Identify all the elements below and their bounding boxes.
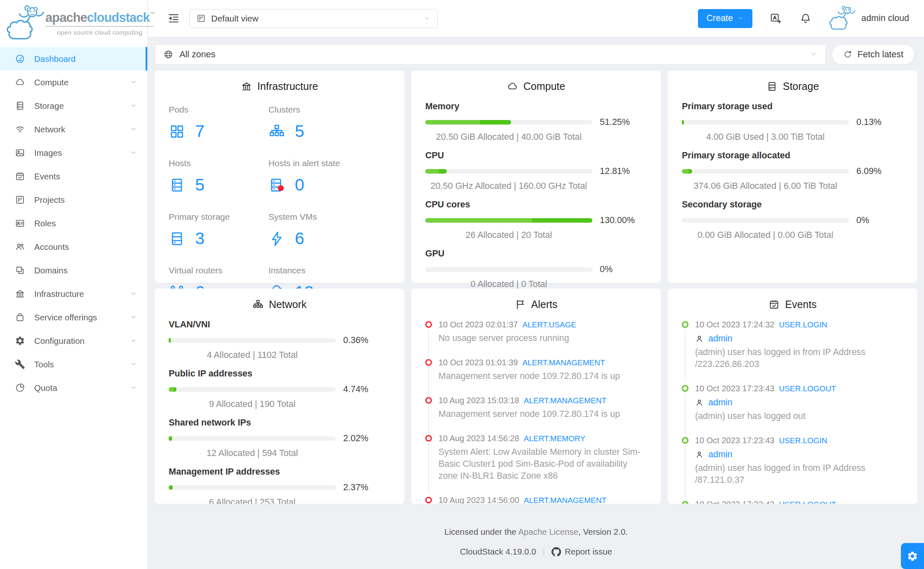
alert-date: 10 Aug 2023 14:56:28 [438, 434, 519, 443]
database-icon [169, 177, 185, 193]
fetch-latest-button[interactable]: Fetch latest [832, 44, 915, 65]
metric-percent: 4.74% [336, 384, 390, 395]
event-description: (admin) user has logged in from IP Addre… [695, 346, 903, 370]
alert-item: 10 Oct 2023 02:01:37ALERT.USAGE No usage… [425, 320, 647, 344]
alert-type-link[interactable]: ALERT.MANAGEMENT [524, 496, 606, 504]
sidebar-item-roles[interactable]: Roles [0, 212, 147, 235]
database-alert-icon [269, 177, 285, 193]
thunderbolt-icon [269, 230, 285, 247]
zone-selector[interactable]: All zones [155, 44, 826, 65]
settings-fab-button[interactable] [901, 543, 924, 569]
event-user-link[interactable]: admin [708, 333, 733, 344]
infra-stat-primary-storage: Primary storage 3 [169, 212, 269, 248]
alert-item: 10 Aug 2023 14:56:28ALERT.MEMORY System … [425, 433, 647, 482]
dashboard-cards: Infrastructure Pods 7 Clusters 5 Hosts 5… [148, 65, 924, 504]
alert-item: 10 Oct 2023 01:01:39ALERT.MANAGEMENT Man… [425, 357, 647, 382]
report-issue-link[interactable]: Report issue [552, 547, 612, 557]
event-type-link[interactable]: USER.LOGOUT [779, 500, 836, 504]
event-item: 10 Oct 2023 17:23:43USER.LOGIN admin (ad… [682, 435, 903, 486]
progress-bar [169, 338, 336, 343]
sidebar-item-quota[interactable]: Quota [0, 376, 147, 400]
sidebar-item-label: Events [34, 172, 60, 181]
infra-stat-label: System VMs [269, 212, 390, 222]
top-bar: Default view Create admin cloud [148, 0, 924, 37]
metric-detail: 9 Allocated | 190 Total [169, 399, 336, 409]
timeline-dot [425, 359, 432, 366]
chevron-down-icon [738, 15, 744, 21]
sidebar-item-configuration[interactable]: Configuration [0, 329, 147, 353]
main-area: Default view Create admin cloud All zone… [148, 0, 924, 557]
user-avatar[interactable] [826, 5, 858, 32]
event-date: 10 Oct 2023 17:24:32 [695, 320, 774, 329]
event-user-link[interactable]: admin [708, 397, 733, 408]
sidebar-item-storage[interactable]: Storage [0, 94, 147, 118]
alert-type-link[interactable]: ALERT.MEMORY [524, 434, 585, 443]
sidebar-item-label: Roles [34, 219, 56, 228]
sidebar: apachecloudstack™ open source cloud comp… [0, 0, 148, 569]
user-icon [695, 398, 704, 407]
progress-bar [425, 120, 592, 125]
metric-label: GPU [425, 249, 647, 259]
alert-type-link[interactable]: ALERT.USAGE [522, 320, 576, 329]
sidebar-collapse-icon[interactable] [167, 12, 180, 25]
cluster-icon [269, 123, 285, 140]
event-type-link[interactable]: USER.LOGIN [779, 320, 827, 329]
sidebar-item-infrastructure[interactable]: Infrastructure [0, 282, 147, 306]
sidebar-item-network[interactable]: Network [0, 118, 147, 141]
metric-management-ip-addresses: Management IP addresses 2.37% 6 Allocate… [169, 467, 390, 504]
notifications-bell-icon[interactable] [799, 12, 812, 25]
alert-type-link[interactable]: ALERT.MANAGEMENT [522, 358, 605, 367]
view-selector[interactable]: Default view [189, 9, 438, 28]
metric-public-ip-addresses: Public IP addresses 4.74% 9 Allocated | … [169, 369, 390, 409]
metric-shared-network-ips: Shared network IPs 2.02% 12 Allocated | … [169, 418, 390, 458]
chevron-down-icon [130, 126, 137, 132]
footer: Licensed under the Apache License, Versi… [148, 527, 924, 557]
event-user-link[interactable]: admin [708, 449, 733, 460]
metric-cpu: CPU 12.81% 20.50 GHz Allocated | 160.00 … [425, 150, 647, 191]
translate-icon[interactable] [770, 12, 782, 25]
brand-tagline: open source cloud computing [45, 29, 154, 36]
sidebar-item-tools[interactable]: Tools [0, 353, 147, 376]
metric-percent: 0.13% [849, 117, 903, 127]
event-item: 10 Oct 2023 17:24:32USER.LOGIN admin (ad… [682, 320, 903, 370]
sidebar-item-service-offerings[interactable]: Service offerings [0, 306, 147, 329]
metric-detail: 20.50 GiB Allocated | 40.00 GiB Total [425, 132, 592, 142]
metric-label: Primary storage used [682, 101, 903, 112]
progress-bar [169, 436, 336, 441]
bank-icon [15, 289, 25, 299]
sidebar-item-images[interactable]: Images [0, 141, 147, 165]
progress-bar [169, 387, 336, 392]
gear-icon [15, 336, 25, 346]
alert-item: 10 Aug 2023 14:56:00ALERT.MANAGEMENT [425, 495, 647, 504]
infra-stat-label: Virtual routers [169, 266, 269, 275]
timeline-dot [425, 321, 432, 328]
event-description: (admin) user has logged out [695, 410, 903, 422]
metric-cpu-cores: CPU cores 130.00% 26 Allocated | 20 Tota… [425, 200, 647, 240]
sidebar-item-events[interactable]: Events [0, 165, 147, 188]
chevron-down-icon [130, 338, 137, 344]
sidebar-item-projects[interactable]: Projects [0, 188, 147, 212]
cloud-icon [15, 77, 25, 87]
sidebar-item-accounts[interactable]: Accounts [0, 235, 147, 259]
events-card-title: Events [682, 299, 903, 310]
timeline-dot [425, 397, 432, 404]
event-type-link[interactable]: USER.LOGIN [779, 436, 827, 445]
alert-description: No usage server process running [438, 332, 647, 344]
sidebar-item-domains[interactable]: Domains [0, 259, 147, 282]
event-type-link[interactable]: USER.LOGOUT [779, 384, 836, 393]
sidebar-nav: Dashboard Compute Storage Network Images… [0, 47, 147, 400]
metric-label: Primary storage allocated [682, 150, 903, 161]
sidebar-item-dashboard[interactable]: Dashboard [0, 47, 147, 71]
alert-type-link[interactable]: ALERT.MANAGEMENT [524, 396, 606, 405]
sidebar-item-label: Domains [34, 266, 68, 275]
sidebar-item-compute[interactable]: Compute [0, 71, 147, 94]
sidebar-item-label: Storage [34, 101, 64, 111]
infra-stat-value: 7 [195, 122, 205, 141]
wrench-icon [15, 359, 25, 369]
apache-license-link[interactable]: Apache License [518, 527, 578, 536]
infra-stat-pods: Pods 7 [169, 105, 269, 141]
event-date: 10 Oct 2023 17:23:43 [695, 384, 774, 393]
timeline-dot [682, 501, 688, 504]
zone-bar: All zones Fetch latest [148, 37, 924, 65]
create-button[interactable]: Create [698, 9, 753, 28]
